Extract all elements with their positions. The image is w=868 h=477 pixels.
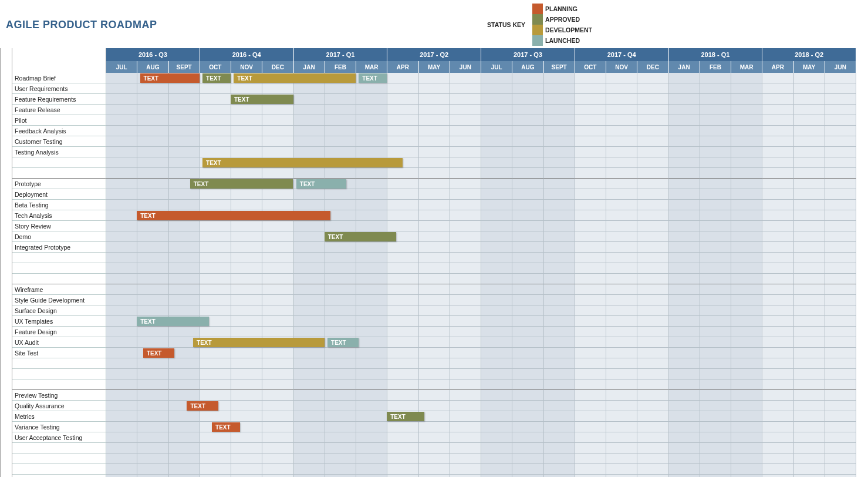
grid-cell[interactable] <box>794 83 825 94</box>
grid-cell[interactable] <box>356 348 387 358</box>
grid-cell[interactable] <box>825 231 856 242</box>
grid-cell[interactable] <box>294 369 325 379</box>
grid-cell[interactable] <box>106 126 137 136</box>
grid-cell[interactable] <box>169 147 200 157</box>
grid-cell[interactable] <box>606 475 637 477</box>
grid-cell[interactable] <box>137 83 168 94</box>
grid-cell[interactable] <box>606 348 637 358</box>
grid-cell[interactable] <box>294 379 325 390</box>
grid-cell[interactable] <box>325 379 356 390</box>
grid-cell[interactable] <box>169 105 200 115</box>
grid-cell[interactable] <box>544 401 575 411</box>
grid-cell[interactable] <box>419 189 450 200</box>
grid-cell[interactable] <box>419 221 450 231</box>
grid-cell[interactable] <box>825 94 856 105</box>
grid-cell[interactable] <box>294 253 325 263</box>
grid-cell[interactable] <box>294 464 325 475</box>
grid-cell[interactable] <box>544 305 575 316</box>
grid-cell[interactable] <box>481 401 512 411</box>
grid-cell[interactable] <box>825 443 856 454</box>
grid-cell[interactable] <box>575 348 606 358</box>
grid-cell[interactable] <box>169 327 200 337</box>
grid-cell[interactable] <box>325 443 356 454</box>
grid-cell[interactable] <box>137 115 168 126</box>
grid-cell[interactable] <box>262 231 293 242</box>
grid-cell[interactable] <box>575 274 606 284</box>
grid-cell[interactable] <box>794 126 825 136</box>
task-label[interactable] <box>12 358 106 369</box>
grid-cell[interactable] <box>825 369 856 379</box>
grid-cell[interactable] <box>356 390 387 401</box>
grid-cell[interactable] <box>169 253 200 263</box>
grid-cell[interactable] <box>575 305 606 316</box>
grid-cell[interactable] <box>200 168 231 179</box>
grid-cell[interactable] <box>794 422 825 432</box>
task-label[interactable]: UX Audit <box>12 337 106 348</box>
grid-cell[interactable] <box>325 348 356 358</box>
grid-cell[interactable] <box>794 432 825 443</box>
grid-cell[interactable] <box>387 443 418 454</box>
grid-cell[interactable] <box>762 284 793 295</box>
grid-cell[interactable] <box>325 200 356 210</box>
grid-cell[interactable] <box>762 147 793 157</box>
grid-cell[interactable] <box>544 379 575 390</box>
grid-cell[interactable] <box>731 263 762 274</box>
grid-cell[interactable] <box>419 295 450 305</box>
grid-cell[interactable] <box>637 105 668 115</box>
grid-cell[interactable] <box>450 105 481 115</box>
grid-cell[interactable] <box>262 105 293 115</box>
grid-cell[interactable] <box>387 305 418 316</box>
grid-cell[interactable] <box>387 390 418 401</box>
grid-cell[interactable] <box>106 83 137 94</box>
grid-cell[interactable] <box>450 295 481 305</box>
grid-cell[interactable] <box>731 231 762 242</box>
grid-cell[interactable] <box>294 295 325 305</box>
task-label[interactable]: Variance Testing <box>12 422 106 432</box>
grid-cell[interactable] <box>669 168 700 179</box>
grid-cell[interactable] <box>825 105 856 115</box>
grid-cell[interactable] <box>512 73 543 83</box>
grid-cell[interactable] <box>294 242 325 253</box>
grid-cell[interactable] <box>481 147 512 157</box>
grid-cell[interactable] <box>825 73 856 83</box>
grid-cell[interactable] <box>325 295 356 305</box>
gantt-bar-planning[interactable]: TEXT <box>137 211 330 220</box>
grid-cell[interactable] <box>669 284 700 295</box>
grid-cell[interactable] <box>544 157 575 168</box>
task-label[interactable]: User Requirements <box>12 83 106 94</box>
grid-cell[interactable] <box>606 126 637 136</box>
grid-cell[interactable] <box>700 168 731 179</box>
grid-cell[interactable] <box>231 432 262 443</box>
grid-cell[interactable] <box>794 73 825 83</box>
grid-cell[interactable] <box>325 316 356 327</box>
grid-cell[interactable] <box>450 369 481 379</box>
grid-cell[interactable] <box>825 411 856 422</box>
grid-cell[interactable] <box>544 369 575 379</box>
grid-cell[interactable] <box>231 105 262 115</box>
grid-cell[interactable] <box>106 295 137 305</box>
grid-cell[interactable] <box>262 136 293 147</box>
grid-cell[interactable] <box>450 443 481 454</box>
grid-cell[interactable] <box>669 189 700 200</box>
grid-cell[interactable] <box>669 295 700 305</box>
grid-cell[interactable] <box>169 432 200 443</box>
grid-cell[interactable] <box>825 168 856 179</box>
grid-cell[interactable] <box>762 83 793 94</box>
grid-cell[interactable] <box>294 221 325 231</box>
grid-cell[interactable] <box>731 443 762 454</box>
grid-cell[interactable] <box>825 358 856 369</box>
grid-cell[interactable] <box>262 253 293 263</box>
grid-cell[interactable] <box>794 179 825 189</box>
grid-cell[interactable] <box>637 475 668 477</box>
grid-cell[interactable] <box>169 242 200 253</box>
grid-cell[interactable] <box>419 358 450 369</box>
grid-cell[interactable] <box>169 189 200 200</box>
gantt-bar-launched[interactable]: TEXT <box>137 317 208 326</box>
grid-cell[interactable] <box>387 210 418 221</box>
grid-cell[interactable] <box>231 200 262 210</box>
grid-cell[interactable] <box>637 210 668 221</box>
grid-cell[interactable] <box>106 348 137 358</box>
grid-cell[interactable] <box>637 179 668 189</box>
grid-cell[interactable] <box>606 295 637 305</box>
grid-cell[interactable] <box>762 157 793 168</box>
